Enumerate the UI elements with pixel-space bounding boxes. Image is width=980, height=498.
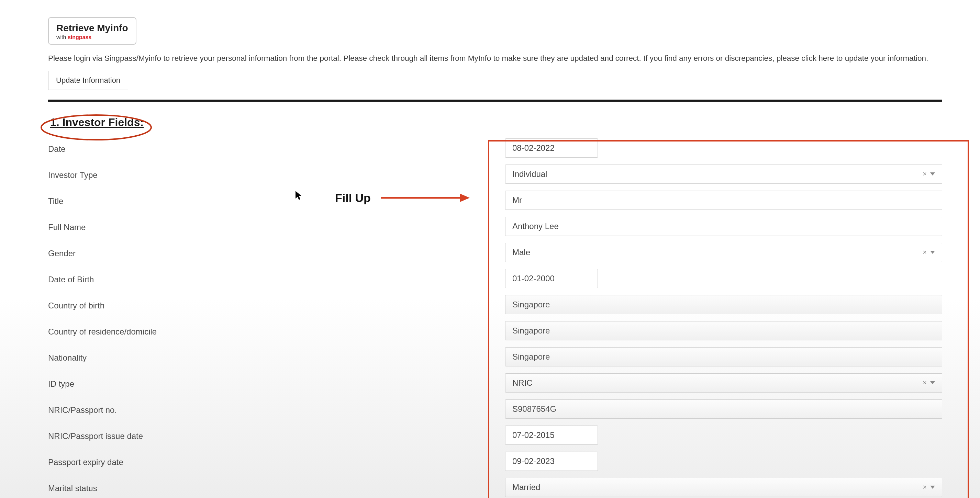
select-value: NRIC bbox=[512, 378, 533, 388]
id-type-select[interactable]: NRIC × bbox=[505, 373, 942, 393]
clear-icon[interactable]: × bbox=[923, 483, 927, 491]
label-gender: Gender bbox=[48, 247, 505, 258]
chevron-down-icon bbox=[930, 381, 935, 384]
label-date: Date bbox=[48, 142, 505, 154]
retrieve-myinfo-button[interactable]: Retrieve Myinfo with singpass bbox=[48, 17, 137, 44]
nationality-input[interactable]: Singapore bbox=[505, 347, 942, 366]
retrieve-title: Retrieve Myinfo bbox=[56, 23, 128, 34]
investor-type-select[interactable]: Individual × bbox=[505, 165, 942, 184]
select-value: Male bbox=[512, 247, 530, 257]
svg-point-0 bbox=[41, 115, 151, 140]
dob-input[interactable] bbox=[505, 269, 598, 288]
chevron-down-icon bbox=[930, 251, 935, 254]
update-information-button[interactable]: Update Information bbox=[48, 71, 128, 90]
chevron-down-icon bbox=[930, 173, 935, 176]
retrieve-subtitle: with singpass bbox=[56, 34, 128, 41]
full-name-input[interactable] bbox=[505, 217, 942, 236]
chevron-down-icon bbox=[930, 485, 935, 489]
select-value: Individual bbox=[512, 169, 547, 179]
gender-select[interactable]: Male × bbox=[505, 243, 942, 262]
date-input[interactable] bbox=[505, 138, 598, 158]
label-investor-type: Investor Type bbox=[48, 168, 505, 180]
country-residence-input[interactable]: Singapore bbox=[505, 321, 942, 340]
nric-no-input[interactable]: S9087654G bbox=[505, 400, 942, 419]
label-id-type: ID type bbox=[48, 377, 505, 389]
info-text: Please login via Singpass/Myinfo to retr… bbox=[48, 53, 942, 64]
marital-status-select[interactable]: Married × bbox=[505, 478, 942, 497]
investor-fields-form: Date Investor Type Individual × Title bbox=[48, 135, 942, 498]
annotation-ellipse bbox=[38, 112, 162, 143]
title-input[interactable] bbox=[505, 190, 942, 210]
label-full-name: Full Name bbox=[48, 220, 505, 232]
label-dob: Date of Birth bbox=[48, 273, 505, 284]
label-marital-status: Marital status bbox=[48, 482, 505, 493]
clear-icon[interactable]: × bbox=[923, 248, 927, 256]
label-country-residence: Country of residence/domicile bbox=[48, 325, 505, 336]
section-divider bbox=[48, 100, 942, 102]
clear-icon[interactable]: × bbox=[923, 379, 927, 387]
country-birth-input[interactable]: Singapore bbox=[505, 295, 942, 314]
label-nric-no: NRIC/Passport no. bbox=[48, 403, 505, 415]
clear-icon[interactable]: × bbox=[923, 170, 927, 178]
passport-expiry-input[interactable] bbox=[505, 452, 598, 471]
label-country-birth: Country of birth bbox=[48, 299, 505, 311]
label-nationality: Nationality bbox=[48, 351, 505, 363]
label-title: Title bbox=[48, 194, 505, 206]
label-nric-issue: NRIC/Passport issue date bbox=[48, 429, 505, 441]
select-value: Married bbox=[512, 482, 540, 492]
label-passport-expiry: Passport expiry date bbox=[48, 455, 505, 467]
nric-issue-input[interactable] bbox=[505, 425, 598, 445]
